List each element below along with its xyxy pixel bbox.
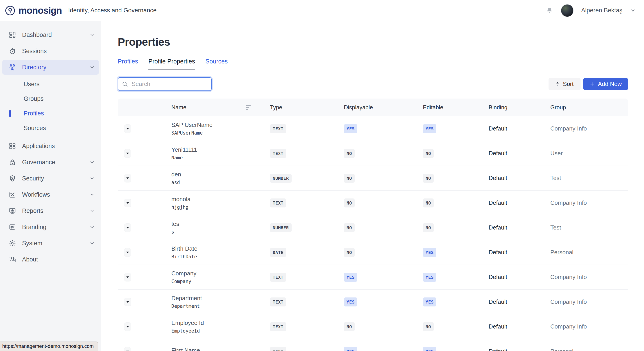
apps-grid-icon	[8, 142, 16, 150]
property-code: EmployeeId	[171, 328, 270, 334]
brand-logo[interactable]: monosign Identity, Access and Governance	[0, 5, 156, 16]
displayable-badge: NO	[344, 248, 355, 257]
page-title: Properties	[118, 36, 628, 48]
row-actions-dropdown-button[interactable]	[124, 273, 131, 282]
type-badge: DATE	[270, 248, 286, 257]
table-body: SAP UserNameSAPUserName TEXT YES YES Def…	[118, 116, 628, 351]
tab-profile-properties[interactable]: Profile Properties	[148, 58, 195, 70]
header-displayable: Displayable	[344, 104, 423, 111]
properties-table: Name Type Displayable Editable Binding G…	[118, 98, 628, 351]
caret-down-icon	[126, 128, 129, 130]
type-badge: TEXT	[270, 322, 286, 331]
sidebar-item-label: Security	[22, 175, 44, 182]
dashboard-icon	[8, 31, 16, 39]
binding-value: Default	[489, 298, 550, 305]
sidebar-item-profiles[interactable]: Profiles	[0, 106, 101, 121]
sidebar-item-users[interactable]: Users	[0, 77, 101, 92]
group-value: Company Info	[550, 298, 628, 305]
header-name[interactable]: Name	[171, 104, 270, 111]
editable-badge: YES	[423, 298, 436, 307]
tab-sources[interactable]: Sources	[205, 58, 228, 70]
caret-down-icon	[126, 276, 129, 278]
gear-icon	[8, 239, 16, 247]
monosign-logo-icon	[5, 5, 15, 16]
chat-question-icon	[8, 256, 16, 263]
displayable-badge: NO	[344, 322, 355, 331]
add-new-button[interactable]: Add New	[583, 78, 628, 90]
sidebar-item-dashboard[interactable]: Dashboard	[2, 27, 99, 42]
row-actions-dropdown-button[interactable]	[124, 248, 131, 257]
sidebar-item-about[interactable]: About	[2, 252, 99, 267]
tabs: Profiles Profile Properties Sources	[118, 58, 628, 70]
property-code: BirthDate	[171, 254, 270, 259]
user-avatar[interactable]	[561, 4, 574, 17]
row-actions-dropdown-button[interactable]	[124, 174, 131, 182]
row-actions-dropdown-button[interactable]	[124, 347, 131, 351]
tab-profiles[interactable]: Profiles	[118, 58, 138, 70]
sub-item-label: Users	[24, 81, 40, 88]
property-name: Company	[171, 270, 270, 277]
header-group: Group	[550, 104, 628, 111]
displayable-badge: NO	[344, 174, 355, 183]
type-badge: TEXT	[270, 124, 286, 133]
text-cursor	[131, 81, 131, 87]
row-actions-dropdown-button[interactable]	[124, 298, 131, 306]
table-row: CompanyCompany TEXT YES YES Default Comp…	[118, 265, 628, 289]
property-name: Employee Id	[171, 320, 270, 327]
row-actions-dropdown-button[interactable]	[124, 323, 131, 331]
sidebar-item-sessions[interactable]: Sessions	[2, 44, 99, 58]
sidebar-item-directory[interactable]: Directory	[2, 60, 99, 75]
caret-down-icon	[126, 350, 129, 351]
column-sort-icon[interactable]	[246, 105, 251, 110]
row-actions-dropdown-button[interactable]	[124, 149, 131, 158]
editable-badge: NO	[423, 174, 434, 183]
displayable-badge: NO	[344, 223, 355, 232]
sidebar-item-workflows[interactable]: Workflows	[2, 187, 99, 202]
sidebar-item-applications[interactable]: Applications	[2, 139, 99, 153]
sidebar-item-label: Workflows	[22, 191, 50, 198]
sliders-card-icon	[8, 223, 16, 231]
group-value: Personal	[550, 348, 628, 351]
sidebar-item-governance[interactable]: Governance	[2, 155, 99, 170]
sidebar-item-reports[interactable]: Reports	[2, 203, 99, 218]
lock-icon	[8, 158, 16, 166]
property-name: First Name	[171, 347, 270, 351]
property-code: Department	[171, 304, 270, 309]
shield-user-icon	[8, 175, 16, 182]
editable-badge: NO	[423, 198, 434, 207]
binding-value: Default	[489, 249, 550, 256]
property-code: Company	[171, 279, 270, 284]
table-row: denasd NUMBER NO NO Default Test	[118, 166, 628, 190]
table-row: First Name TEXT YES YES Default Personal	[118, 339, 628, 351]
property-name: SAP UserName	[171, 121, 270, 128]
sidebar-item-branding[interactable]: Branding	[2, 220, 99, 234]
type-badge: TEXT	[270, 149, 286, 158]
row-actions-dropdown-button[interactable]	[124, 199, 131, 207]
row-actions-dropdown-button[interactable]	[124, 223, 131, 232]
header-editable: Editable	[423, 104, 489, 111]
table-row: Birth DateBirthDate DATE NO YES Default …	[118, 240, 628, 265]
sidebar-item-groups[interactable]: Groups	[0, 92, 101, 106]
binding-value: Default	[489, 199, 550, 206]
table-row: Yeni11111Name TEXT NO NO Default User	[118, 141, 628, 166]
chevron-down-icon	[90, 64, 95, 70]
property-code: SAPUserName	[171, 130, 270, 136]
sidebar-item-security[interactable]: Security	[2, 171, 99, 186]
caret-down-icon	[126, 177, 129, 179]
user-menu-chevron-icon[interactable]	[630, 8, 636, 13]
notifications-bell-icon[interactable]	[546, 7, 553, 14]
sidebar-item-system[interactable]: System	[2, 236, 99, 251]
row-actions-dropdown-button[interactable]	[124, 124, 131, 133]
search-input[interactable]	[132, 80, 208, 87]
binding-value: Default	[489, 274, 550, 281]
binding-value: Default	[489, 348, 550, 351]
binding-value: Default	[489, 224, 550, 231]
sidebar-item-label: Sessions	[22, 48, 47, 55]
sidebar-item-label: Branding	[22, 224, 46, 231]
table-header: Name Type Displayable Editable Binding G…	[118, 98, 628, 116]
group-value: Company Info	[550, 274, 628, 281]
sidebar-item-label: Reports	[22, 207, 44, 214]
group-value: Test	[550, 175, 628, 182]
sidebar-item-sources[interactable]: Sources	[0, 121, 101, 135]
sort-button[interactable]: Sort	[548, 78, 580, 90]
